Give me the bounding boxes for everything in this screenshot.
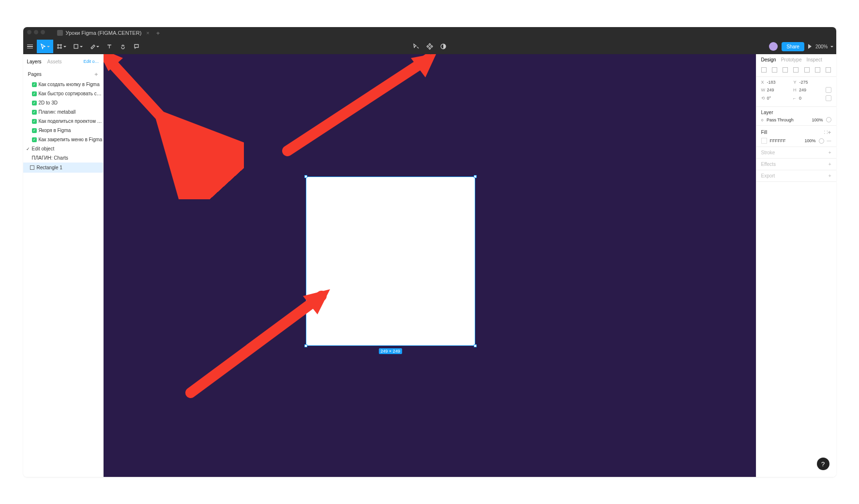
page-link[interactable]: Edit o…: [83, 59, 99, 64]
fill-opacity-input[interactable]: 100%: [804, 138, 815, 143]
mask-button[interactable]: [437, 40, 450, 53]
user-avatar[interactable]: [769, 42, 778, 51]
align-bottom-icon[interactable]: [815, 67, 820, 73]
page-item[interactable]: ✓Как быстро сортировать с…: [23, 89, 103, 98]
tab-design[interactable]: Design: [761, 57, 776, 62]
add-page-button[interactable]: +: [94, 71, 98, 78]
title-bar: Уроки Figma (FIGMA.CENTER) × +: [23, 27, 836, 39]
page-item[interactable]: ✓Плагин: metaball: [23, 107, 103, 117]
transform-section: X-183 Y-275 W249 H249 ⟲0° ⌐0: [756, 77, 836, 107]
create-component-button[interactable]: [423, 40, 436, 53]
tab-assets[interactable]: Assets: [47, 59, 62, 64]
stroke-section[interactable]: Stroke +: [756, 147, 836, 159]
main-menu-button[interactable]: [23, 40, 37, 53]
contextual-toolbar: [410, 39, 450, 54]
distribute-icon[interactable]: [826, 67, 831, 73]
blend-mode-select[interactable]: Pass Through: [767, 118, 794, 122]
svg-line-2: [104, 54, 210, 170]
align-right-icon[interactable]: [783, 67, 788, 73]
layer-row-selected[interactable]: Rectangle 1: [23, 163, 103, 173]
file-icon: [57, 30, 63, 36]
effects-section[interactable]: Effects +: [756, 159, 836, 170]
rotation-input[interactable]: 0°: [767, 96, 793, 101]
add-fill-button[interactable]: +: [828, 129, 831, 136]
add-stroke-button[interactable]: +: [829, 150, 831, 155]
frame-tool[interactable]: [53, 40, 70, 53]
close-tab-icon[interactable]: ×: [146, 30, 149, 36]
window-traffic-lights[interactable]: [27, 30, 45, 34]
fill-section: Fill ⸬ + FFFFFF 100% —: [756, 126, 836, 147]
fill-swatch[interactable]: [761, 138, 767, 144]
annotation-arrow: [104, 54, 244, 199]
resize-handle-nw[interactable]: [304, 175, 307, 178]
file-name[interactable]: Уроки Figma (FIGMA.CENTER): [66, 30, 142, 36]
move-tool[interactable]: [37, 40, 53, 53]
resize-handle-se[interactable]: [474, 344, 477, 347]
edit-object-button[interactable]: [410, 40, 422, 53]
page-item[interactable]: ✓Якоря в Figma: [23, 126, 103, 135]
export-section[interactable]: Export +: [756, 170, 836, 182]
remove-fill-button[interactable]: —: [827, 138, 831, 143]
canvas[interactable]: 249 × 249: [104, 54, 756, 477]
add-export-button[interactable]: +: [829, 173, 831, 178]
w-input[interactable]: 249: [767, 88, 793, 92]
align-row: [756, 65, 836, 77]
opacity-input[interactable]: 100%: [812, 118, 823, 122]
text-tool[interactable]: [103, 40, 116, 53]
page-item[interactable]: ✓2D to 3D: [23, 98, 103, 107]
annotation-arrow: [273, 54, 457, 165]
y-input[interactable]: -275: [799, 80, 826, 85]
add-effect-button[interactable]: +: [829, 162, 831, 167]
tab-inspect[interactable]: Inspect: [806, 57, 822, 62]
dimensions-badge: 249 × 249: [378, 348, 402, 354]
x-input[interactable]: -183: [767, 80, 794, 85]
page-item[interactable]: ✓Как создать кнопку в Figma: [23, 80, 103, 89]
h-input[interactable]: 249: [799, 88, 826, 92]
visibility-toggle[interactable]: [826, 117, 831, 122]
fill-hex-input[interactable]: FFFFFF: [770, 138, 786, 143]
constrain-icon[interactable]: [826, 87, 831, 93]
page-item-current[interactable]: Edit object: [23, 144, 103, 153]
radius-input[interactable]: 0: [799, 96, 826, 101]
layer-name: Rectangle 1: [37, 165, 62, 170]
page-item[interactable]: ✓Как поделиться проектом …: [23, 117, 103, 126]
page-item[interactable]: ПЛАГИН: Charts: [23, 153, 103, 163]
rectangle-icon: [30, 165, 34, 170]
svg-line-4: [287, 59, 428, 151]
tab-layers[interactable]: Layers: [27, 59, 42, 64]
align-top-icon[interactable]: [793, 67, 799, 73]
fill-visibility-toggle[interactable]: [819, 138, 824, 144]
independent-corners-icon[interactable]: [826, 95, 831, 101]
help-button[interactable]: ?: [817, 458, 829, 470]
svg-line-6: [191, 296, 321, 393]
style-icon[interactable]: ⸬: [824, 129, 828, 135]
share-button[interactable]: Share: [782, 42, 804, 51]
zoom-select[interactable]: 200%: [815, 44, 833, 49]
present-button[interactable]: [808, 44, 812, 49]
hand-tool[interactable]: [116, 40, 130, 53]
svg-rect-0: [74, 44, 78, 48]
align-left-icon[interactable]: [761, 67, 767, 73]
annotation-arrow: [176, 282, 350, 407]
page-list: ✓Как создать кнопку в Figma ✓Как быстро …: [23, 80, 103, 163]
layer-section: Layer ○ Pass Through 100%: [756, 107, 836, 126]
page-item[interactable]: ✓Как закрепить меню в Figma: [23, 135, 103, 144]
shape-tool[interactable]: [70, 40, 86, 53]
pen-tool[interactable]: [86, 40, 103, 53]
tab-prototype[interactable]: Prototype: [781, 57, 802, 62]
left-panel: Layers Assets Edit o… Pages + ✓Как созда…: [23, 54, 104, 477]
resize-handle-ne[interactable]: [474, 175, 477, 178]
align-hcenter-icon[interactable]: [772, 67, 777, 73]
comment-tool[interactable]: [130, 40, 143, 53]
align-vcenter-icon[interactable]: [804, 67, 810, 73]
right-panel: Design Prototype Inspect X-183 Y-275 W24…: [756, 54, 836, 477]
new-tab-button[interactable]: +: [156, 30, 160, 37]
pages-label: Pages: [28, 72, 42, 77]
